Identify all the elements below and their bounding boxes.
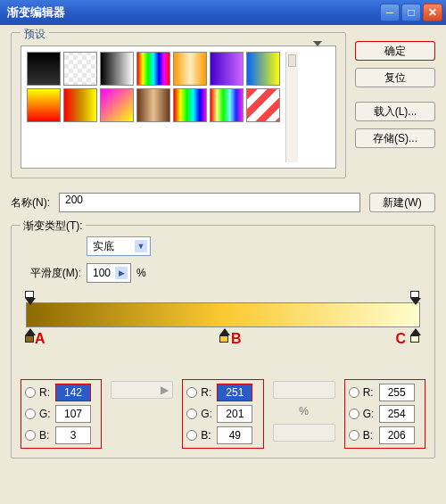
annotation-c: C xyxy=(395,331,406,347)
preset-swatches xyxy=(27,52,280,162)
c-r-input[interactable]: 255 xyxy=(379,384,415,401)
gradient-editor-window: { "title": "渐变编辑器", "presets_label": "预设… xyxy=(0,0,446,504)
disabled-field xyxy=(273,424,335,442)
name-label: 名称(N): xyxy=(11,195,50,211)
presets-menu-icon[interactable] xyxy=(313,41,322,46)
mid-col-2: % xyxy=(273,379,335,449)
c-b-input[interactable]: 206 xyxy=(379,426,415,444)
preset-swatch[interactable] xyxy=(27,88,61,122)
radio-g[interactable] xyxy=(186,409,197,419)
rgb-col-c: R:255 G:254 B:206 xyxy=(344,379,425,449)
radio-g[interactable] xyxy=(25,409,36,419)
preset-swatch[interactable] xyxy=(210,52,244,86)
name-input[interactable]: 200 xyxy=(59,193,360,212)
preset-swatch[interactable] xyxy=(246,52,280,86)
titlebar: 渐变编辑器 ─ □ ✕ xyxy=(0,0,446,25)
reset-button[interactable]: 复位 xyxy=(355,68,435,87)
maximize-button[interactable]: □ xyxy=(401,4,421,21)
radio-g[interactable] xyxy=(349,409,359,419)
new-button[interactable]: 新建(W) xyxy=(369,193,435,212)
preset-swatch[interactable] xyxy=(63,52,97,86)
c-g-input[interactable]: 254 xyxy=(379,405,415,423)
color-stop-b[interactable] xyxy=(219,328,230,341)
presets-label: 预设 xyxy=(21,27,49,42)
preset-swatch[interactable] xyxy=(136,88,170,122)
annotation-b: B xyxy=(231,331,242,347)
radio-b[interactable] xyxy=(349,430,359,441)
window-title: 渐变编辑器 xyxy=(4,4,378,21)
gradient-bar[interactable] xyxy=(26,302,420,327)
save-button[interactable]: 存储(S)... xyxy=(355,128,435,148)
smooth-unit: % xyxy=(136,267,146,279)
gradient-settings-panel: 渐变类型(T): 实底 ▼ 平滑度(M): 100 ▶ % xyxy=(11,225,435,459)
minimize-button[interactable]: ─ xyxy=(380,4,400,21)
preset-swatch[interactable] xyxy=(27,52,61,86)
type-select[interactable]: 实底 ▼ xyxy=(87,236,151,256)
b-g-input[interactable]: 201 xyxy=(217,405,252,423)
type-value: 实底 xyxy=(93,239,114,254)
radio-r[interactable] xyxy=(349,387,359,398)
type-label: 渐变类型(T): xyxy=(21,219,86,234)
rgb-section: R:142 G:107 B:3 ▶ R:251 G:201 B:49 % xyxy=(21,379,425,449)
preset-swatch[interactable] xyxy=(100,88,134,122)
radio-r[interactable] xyxy=(25,387,36,398)
preset-swatch[interactable] xyxy=(210,88,244,122)
radio-b[interactable] xyxy=(25,430,36,441)
disabled-field xyxy=(273,381,335,399)
content: 预设 确定 复位 载入(L)... 存储(S)... 名称(N): 200 新建… xyxy=(0,25,446,466)
chevron-down-icon: ▼ xyxy=(135,240,147,252)
color-stop-c[interactable] xyxy=(410,328,421,341)
presets-panel: 预设 xyxy=(11,32,346,178)
rgb-col-b: R:251 G:201 B:49 xyxy=(182,379,263,449)
smooth-label: 平滑度(M): xyxy=(21,266,81,281)
preset-swatch[interactable] xyxy=(173,52,207,86)
name-row: 名称(N): 200 新建(W) xyxy=(11,193,435,212)
smooth-value: 100 xyxy=(93,267,111,279)
a-b-input[interactable]: 3 xyxy=(55,426,91,444)
preset-swatch[interactable] xyxy=(246,88,280,122)
annotation-a: A xyxy=(35,331,45,347)
a-g-input[interactable]: 107 xyxy=(55,405,91,423)
mid-col-1: ▶ xyxy=(111,379,173,449)
preset-swatch[interactable] xyxy=(63,88,97,122)
radio-b[interactable] xyxy=(186,430,197,441)
a-r-input[interactable]: 142 xyxy=(55,384,91,401)
presets-list xyxy=(21,45,336,169)
presets-scrollbar[interactable] xyxy=(285,52,298,162)
smooth-input[interactable]: 100 ▶ xyxy=(87,263,131,283)
dialog-buttons: 确定 复位 载入(L)... 存储(S)... xyxy=(355,32,435,178)
preset-swatch[interactable] xyxy=(100,52,134,86)
load-button[interactable]: 载入(L)... xyxy=(355,102,435,121)
gradient-area: A B C xyxy=(21,290,425,354)
opacity-stop-right[interactable] xyxy=(410,291,421,303)
rgb-col-a: R:142 G:107 B:3 xyxy=(21,379,102,449)
b-r-input[interactable]: 251 xyxy=(217,384,252,401)
disabled-field: ▶ xyxy=(111,381,173,399)
close-button[interactable]: ✕ xyxy=(423,4,442,21)
chevron-right-icon: ▶ xyxy=(115,267,128,279)
b-b-input[interactable]: 49 xyxy=(217,426,252,444)
preset-swatch[interactable] xyxy=(136,52,170,86)
opacity-stop-left[interactable] xyxy=(25,291,36,303)
preset-swatch[interactable] xyxy=(173,88,207,122)
ok-button[interactable]: 确定 xyxy=(355,41,435,61)
radio-r[interactable] xyxy=(186,387,197,398)
